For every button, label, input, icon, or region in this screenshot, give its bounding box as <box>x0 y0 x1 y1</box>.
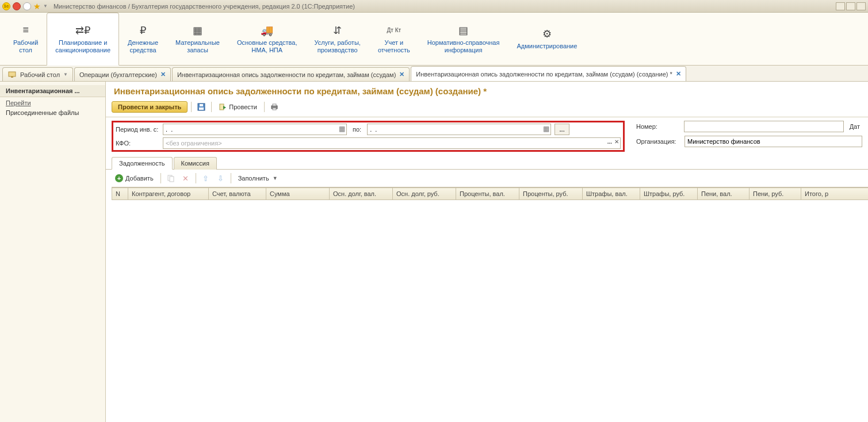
period-from-input[interactable]: ▦ <box>163 124 347 135</box>
copy-row-icon[interactable] <box>165 172 177 185</box>
section-planning[interactable]: ⇄₽ Планирование исанкционирование <box>47 13 119 66</box>
col-principal-rub[interactable]: Осн. долг, руб. <box>393 188 456 200</box>
number-input[interactable] <box>684 121 843 132</box>
titlebar-button-1[interactable] <box>836 2 845 10</box>
inner-tabs: Задолженность Комиссия <box>106 156 868 170</box>
col-interest-val[interactable]: Проценты, вал. <box>456 188 519 200</box>
plus-icon: + <box>115 174 123 182</box>
titlebar-button-3[interactable] <box>856 2 866 10</box>
col-account[interactable]: Счет, валюта <box>209 188 266 200</box>
col-sum[interactable]: Сумма <box>266 188 330 200</box>
col-penalty-val[interactable]: Пени, вал. <box>698 188 750 200</box>
post-button[interactable]: Провести <box>215 101 261 113</box>
doctab-desktop[interactable]: Рабочий стол ▼ <box>2 67 73 81</box>
desktop-icon <box>7 70 17 79</box>
period-to-label: по: <box>350 126 364 133</box>
add-row-button[interactable]: + Добавить <box>112 173 157 183</box>
doctab-operations[interactable]: Операции (бухгалтерские) ✕ <box>74 67 171 81</box>
post-label: Провести <box>229 103 257 110</box>
col-penalty-rub[interactable]: Пени, руб. <box>750 188 801 200</box>
col-fines-rub[interactable]: Штрафы, руб. <box>640 188 698 200</box>
section-materials[interactable]: ▦ Материальныезапасы <box>167 13 228 65</box>
sidepanel-head: Инвентаризационная ... <box>0 85 105 97</box>
section-money[interactable]: ₽ Денежныесредства <box>119 13 167 65</box>
col-principal-val[interactable]: Осн. долг, вал. <box>330 188 393 200</box>
col-fines-val[interactable]: Штрафы, вал. <box>583 188 640 200</box>
doctab-inventory-list[interactable]: Инвентаризационная опись задолженности п… <box>172 67 410 81</box>
fill-label: Заполнить <box>238 175 269 182</box>
section-label: Денежные <box>128 39 158 46</box>
chevron-down-icon[interactable]: ▼ <box>63 72 68 77</box>
section-desktop[interactable]: ≡ Рабочийстол <box>5 13 47 65</box>
section-accounting[interactable]: Дт Кт Учет иотчетность <box>369 13 419 65</box>
app-1c-icon[interactable]: 1c <box>2 2 10 10</box>
close-icon[interactable]: ✕ <box>160 71 166 78</box>
add-label: Добавить <box>125 175 154 182</box>
document-tabs: Рабочий стол ▼ Операции (бухгалтерские) … <box>0 66 868 82</box>
grid-icon: ▦ <box>193 24 202 37</box>
window-close-icon[interactable] <box>13 2 21 10</box>
sidepanel-goto-label: Перейти <box>0 97 105 108</box>
ruble-icon: ₽ <box>140 24 146 37</box>
favorite-star-icon[interactable]: ★ <box>33 2 41 11</box>
doctab-label: Инвентаризационная опись задолженности п… <box>416 71 672 78</box>
separator <box>231 173 231 183</box>
period-to-input[interactable]: ▦ <box>367 124 551 135</box>
separator <box>211 102 212 112</box>
print-icon[interactable] <box>268 101 281 113</box>
clear-icon[interactable]: ✕ <box>614 139 619 145</box>
doctab-label: Инвентаризационная опись задолженности п… <box>177 71 396 78</box>
section-label: Администрирование <box>517 43 577 49</box>
move-up-icon[interactable]: ⇧ <box>200 172 212 185</box>
kfo-label: КФО: <box>116 140 159 147</box>
gear-icon: ⚙ <box>542 28 552 40</box>
post-and-close-button[interactable]: Провести и закрыть <box>112 101 188 113</box>
window-back-icon[interactable] <box>23 2 31 10</box>
doctab-label: Операции (бухгалтерские) <box>79 71 157 78</box>
section-label: Учет и <box>384 39 403 46</box>
save-icon[interactable] <box>195 101 208 113</box>
tab-debt[interactable]: Задолженность <box>112 157 173 170</box>
ellipsis-icon[interactable]: ... <box>607 139 612 145</box>
calendar-icon[interactable]: ▦ <box>339 125 345 133</box>
section-label: Нормативно-справочная <box>427 39 500 46</box>
table-area[interactable]: N Контрагент, договор Счет, валюта Сумма… <box>112 187 868 422</box>
col-total[interactable]: Итого, р <box>801 188 869 200</box>
tab-commission[interactable]: Комиссия <box>174 157 217 170</box>
separator <box>191 102 192 112</box>
delete-row-icon[interactable]: ✕ <box>179 172 192 185</box>
col-interest-rub[interactable]: Проценты, руб. <box>519 188 583 200</box>
kfo-placeholder: <без ограничения> <box>166 140 222 147</box>
updown-icon: ⇵ <box>333 24 342 37</box>
period-select-button[interactable]: ... <box>555 124 569 135</box>
section-admin[interactable]: ⚙ Администрирование <box>508 13 586 65</box>
org-input[interactable] <box>685 136 862 147</box>
org-label: Организация: <box>636 138 681 145</box>
close-icon[interactable]: ✕ <box>399 71 404 78</box>
move-down-icon[interactable]: ⇩ <box>215 172 227 185</box>
hamburger-icon: ≡ <box>22 24 29 37</box>
titlebar-button-2[interactable] <box>846 2 855 10</box>
window-title: Министерство финансов / Бухгалтерия госу… <box>53 3 355 10</box>
col-contractor[interactable]: Контрагент, договор <box>128 188 209 200</box>
kfo-input[interactable]: <без ограничения> ... ✕ <box>163 137 621 149</box>
book-icon: ▤ <box>458 24 468 37</box>
section-services[interactable]: ⇵ Услуги, работы,производство <box>306 13 369 65</box>
section-reference[interactable]: ▤ Нормативно-справочнаяинформация <box>419 13 508 65</box>
form-sidepanel: Инвентаризационная ... Перейти Присоедин… <box>0 82 106 422</box>
close-icon[interactable]: ✕ <box>676 70 681 78</box>
fill-button[interactable]: Заполнить ▼ <box>235 174 281 183</box>
svg-rect-10 <box>170 177 174 182</box>
col-n[interactable]: N <box>112 188 128 200</box>
svg-rect-4 <box>200 104 203 106</box>
exchange-icon: ⇄₽ <box>75 24 90 37</box>
sidepanel-link-attached-files[interactable]: Присоединенные файлы <box>0 108 105 118</box>
svg-rect-7 <box>273 104 276 106</box>
section-label: Планирование и <box>59 39 107 46</box>
section-assets[interactable]: 🚚 Основные средства,НМА, НПА <box>228 13 306 65</box>
calendar-icon[interactable]: ▦ <box>543 125 549 133</box>
dropdown-arrow-icon[interactable]: ▼ <box>43 3 48 9</box>
svg-rect-5 <box>220 104 224 110</box>
doctab-inventory-create[interactable]: Инвентаризационная опись задолженности п… <box>411 66 686 81</box>
table-command-bar: + Добавить ✕ ⇧ ⇩ Заполнить ▼ <box>106 170 868 187</box>
